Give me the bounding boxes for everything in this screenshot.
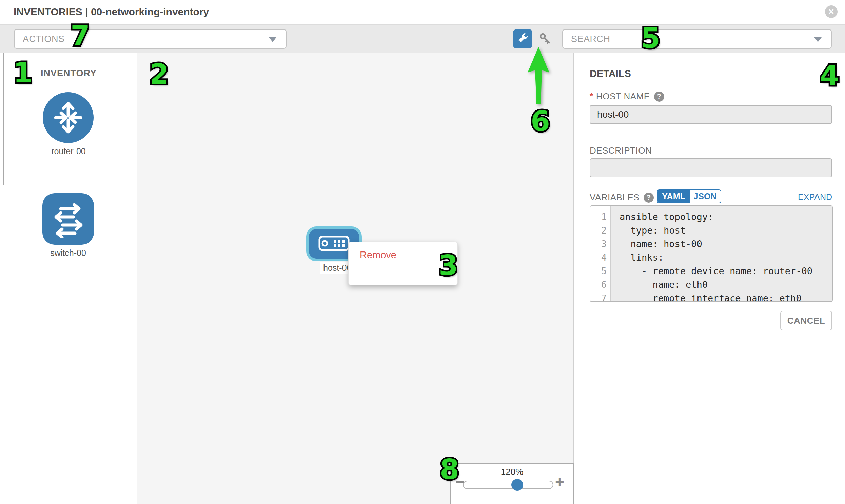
- format-toggle: YAML JSON: [657, 190, 721, 203]
- inventory-topology-page: INVENTORIES | 00-networking-inventory ✕ …: [0, 0, 845, 504]
- editor-line: 7 remote_interface_name: eth0: [591, 291, 832, 302]
- variables-label: VARIABLES: [590, 192, 639, 203]
- editor-line: 6 name: eth0: [591, 278, 832, 291]
- host-name-field[interactable]: [590, 105, 832, 124]
- cancel-button[interactable]: CANCEL: [780, 311, 832, 330]
- switch-arrows-icon: [42, 193, 94, 245]
- host-name-label-row: * HOST NAME ?: [590, 91, 664, 102]
- line-code: name: eth0: [611, 278, 708, 291]
- device-label: switch-00: [42, 248, 94, 258]
- line-number: 6: [591, 278, 611, 291]
- description-field[interactable]: [590, 158, 832, 177]
- details-panel-title: DETAILS: [590, 68, 631, 79]
- annotation-arrow-icon: [525, 43, 556, 109]
- editor-line: 3 name: host-00: [591, 237, 832, 251]
- annotation-number-3: 3: [439, 252, 458, 279]
- annotation-number-2: 2: [149, 60, 169, 88]
- line-code: - remote_device_name: router-00: [611, 264, 812, 278]
- chevron-down-icon: [269, 37, 276, 42]
- chevron-down-icon: [814, 37, 822, 42]
- editor-line: 1 ansible_topology:: [591, 210, 832, 224]
- line-number: 2: [591, 224, 611, 237]
- variables-row: VARIABLES ? YAML JSON EXPAND: [575, 190, 845, 204]
- annotation-number-7: 7: [71, 22, 90, 50]
- details-panel: DETAILS * HOST NAME ? DESCRIPTION VARIAB…: [575, 53, 845, 504]
- line-code: name: host-00: [611, 237, 702, 251]
- line-number: 5: [591, 264, 611, 278]
- host-server-icon: [318, 236, 350, 252]
- page-title: INVENTORIES | 00-networking-inventory: [14, 6, 209, 18]
- search-placeholder: SEARCH: [571, 34, 610, 44]
- variables-code-editor[interactable]: 1 ansible_topology: 2 type: host 3 name:…: [590, 205, 833, 302]
- host-name-label: HOST NAME: [596, 91, 650, 102]
- description-label: DESCRIPTION: [590, 145, 652, 156]
- editor-line: 4 links:: [591, 251, 832, 264]
- router-arrows-icon: [43, 92, 93, 143]
- sidebar-title: INVENTORY: [41, 68, 96, 79]
- zoom-slider-track[interactable]: [463, 481, 553, 489]
- toggle-yaml-button[interactable]: YAML: [657, 190, 690, 203]
- variables-label-row: VARIABLES ?: [590, 192, 654, 203]
- close-icon[interactable]: ✕: [825, 5, 838, 18]
- topology-canvas[interactable]: host-00 Details Remove 120% − +: [137, 53, 574, 504]
- device-label: router-00: [43, 146, 94, 156]
- editor-lines: 1 ansible_topology: 2 type: host 3 name:…: [591, 210, 832, 302]
- line-code: type: host: [611, 224, 686, 237]
- actions-dropdown-placeholder: ACTIONS: [23, 34, 65, 44]
- editor-line: 2 type: host: [591, 224, 832, 237]
- inventory-sidebar: INVENTORY router-00: [0, 53, 137, 504]
- sidebar-item-router[interactable]: router-00: [43, 92, 94, 156]
- annotation-number-4: 4: [820, 62, 839, 89]
- actions-dropdown[interactable]: ACTIONS: [14, 29, 286, 49]
- line-number: 3: [591, 237, 611, 251]
- toolbar: ACTIONS: [0, 24, 845, 53]
- zoom-control-panel: 120% − +: [450, 463, 574, 504]
- search-dropdown[interactable]: SEARCH: [562, 29, 832, 49]
- annotation-number-1: 1: [13, 59, 33, 87]
- line-code: remote_interface_name: eth0: [611, 291, 801, 302]
- sidebar-scroll-indicator: [3, 53, 4, 185]
- line-code: links:: [611, 251, 664, 264]
- annotation-number-6: 6: [531, 107, 550, 135]
- page-header: INVENTORIES | 00-networking-inventory ✕: [0, 0, 845, 24]
- line-number: 7: [591, 291, 611, 302]
- help-icon[interactable]: ?: [644, 193, 654, 203]
- annotation-number-8: 8: [440, 455, 459, 483]
- zoom-slider-thumb[interactable]: [511, 479, 523, 491]
- line-number: 4: [591, 251, 611, 264]
- annotation-number-5: 5: [641, 24, 660, 52]
- required-asterisk: *: [590, 91, 593, 102]
- help-icon[interactable]: ?: [654, 91, 664, 102]
- editor-line: 5 - remote_device_name: router-00: [591, 264, 832, 278]
- zoom-in-button[interactable]: +: [555, 474, 564, 489]
- line-code: ansible_topology:: [611, 210, 713, 224]
- toggle-json-button[interactable]: JSON: [690, 190, 721, 203]
- expand-link[interactable]: EXPAND: [798, 192, 832, 202]
- line-number: 1: [591, 210, 611, 224]
- sidebar-item-switch[interactable]: switch-00: [42, 193, 94, 258]
